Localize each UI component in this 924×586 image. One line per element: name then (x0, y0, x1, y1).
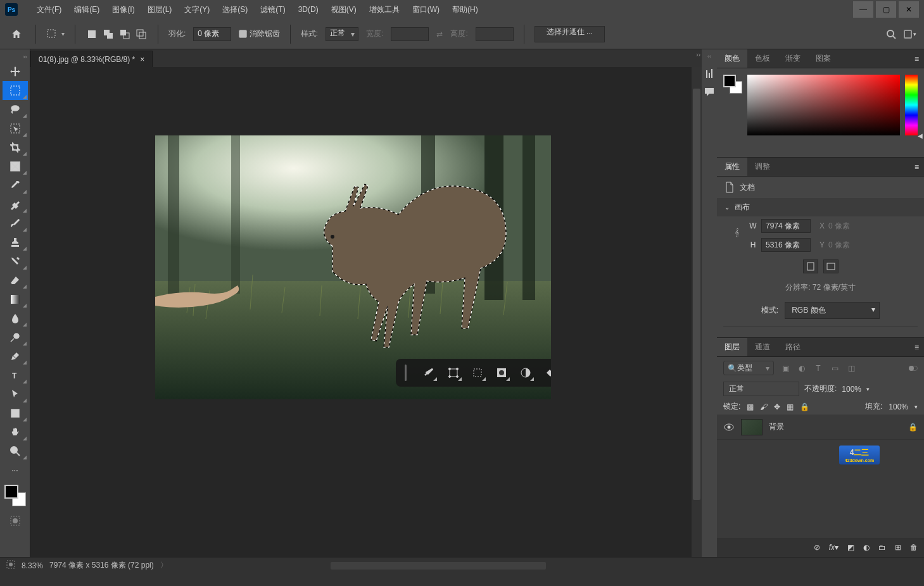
vertical-scrollbar[interactable] (692, 67, 702, 557)
selection-add-icon[interactable] (102, 28, 115, 41)
shape-tool[interactable] (3, 404, 28, 423)
create-mask-icon[interactable] (496, 366, 507, 380)
lock-icon[interactable]: 🔒 (908, 423, 918, 432)
brush-tool[interactable] (3, 214, 28, 233)
dock-adjustments-icon[interactable] (704, 68, 715, 80)
dodge-tool[interactable] (3, 328, 28, 347)
document-tab[interactable]: 01(8).jpg @ 8.33%(RGB/8) * × (30, 51, 153, 67)
fill-selection-icon[interactable] (544, 366, 551, 380)
canvas-section-header[interactable]: ⌄画布 (717, 198, 924, 216)
status-menu-chevron[interactable]: 〉 (160, 560, 168, 571)
panel-menu-icon[interactable]: ≡ (909, 343, 924, 352)
delete-layer-icon[interactable]: 🗑 (910, 543, 918, 552)
text-tool[interactable]: T (3, 366, 28, 385)
lock-nest-icon[interactable]: ▦ (787, 402, 794, 411)
selection-intersect-icon[interactable] (135, 28, 148, 41)
maximize-button[interactable]: ▢ (876, 1, 896, 18)
layer-fx-icon[interactable]: fx▾ (829, 543, 839, 552)
layer-group-icon[interactable]: 🗀 (878, 543, 886, 552)
stamp-tool[interactable] (3, 233, 28, 252)
adjustment-icon[interactable] (520, 366, 531, 380)
eyedropper-tool[interactable] (3, 176, 28, 195)
horizontal-scrollbar[interactable] (331, 562, 546, 570)
gradient-tool[interactable] (3, 290, 28, 309)
tab-color[interactable]: 颜色 (717, 49, 747, 68)
menu-plugins[interactable]: 增效工具 (363, 0, 406, 19)
filter-pixel-icon[interactable]: ▣ (780, 363, 790, 373)
home-button[interactable] (8, 25, 25, 43)
tab-layers[interactable]: 图层 (717, 338, 747, 356)
color-field[interactable] (747, 75, 900, 135)
select-and-mask-button[interactable]: 选择并遮住 ... (535, 26, 605, 42)
color-fg-bg-swatch[interactable] (723, 75, 742, 94)
canvas-width-input[interactable] (761, 219, 811, 233)
selection-subtract-icon[interactable] (118, 28, 131, 41)
pen-tool[interactable] (3, 347, 28, 366)
status-quickmask-icon[interactable] (6, 560, 15, 571)
tab-patterns[interactable]: 图案 (808, 49, 839, 68)
menu-3d[interactable]: 3D(D) (292, 0, 325, 19)
menu-type[interactable]: 文字(Y) (178, 0, 216, 19)
tab-properties[interactable]: 属性 (717, 158, 747, 176)
layer-name[interactable]: 背景 (769, 421, 784, 432)
menu-edit[interactable]: 编辑(E) (68, 0, 106, 19)
layer-row[interactable]: 背景 🔒 (717, 415, 924, 440)
status-zoom[interactable]: 8.33% (22, 561, 43, 570)
history-brush-tool[interactable] (3, 252, 28, 271)
close-button[interactable]: ✕ (899, 1, 919, 18)
layer-filter-select[interactable]: 🔍 类型 (723, 361, 774, 375)
move-tool[interactable] (3, 62, 28, 81)
link-dimensions-icon[interactable]: 𝄞 (735, 228, 739, 237)
selection-new-icon[interactable] (85, 28, 98, 41)
color-swatches[interactable] (3, 483, 27, 508)
frame-tool[interactable] (3, 157, 28, 176)
zoom-tool[interactable] (3, 442, 28, 461)
object-select-tool[interactable] (3, 119, 28, 138)
taskbar-handle[interactable] (405, 365, 407, 381)
tab-gradients[interactable]: 渐变 (778, 49, 808, 68)
tool-expand-icon[interactable]: ›› (1, 52, 30, 62)
menu-view[interactable]: 视图(V) (325, 0, 363, 19)
crop-tool[interactable] (3, 138, 28, 157)
filter-adjust-icon[interactable]: ◐ (797, 363, 807, 373)
filter-text-icon[interactable]: T (813, 363, 823, 373)
lock-paint-icon[interactable]: 🖌 (760, 402, 768, 411)
menu-select[interactable]: 选择(S) (216, 0, 254, 19)
layer-mask-icon[interactable]: ◩ (847, 543, 854, 552)
menu-layer[interactable]: 图层(L) (141, 0, 179, 19)
path-select-tool[interactable] (3, 385, 28, 404)
quickmask-toggle[interactable] (3, 511, 28, 530)
lock-trans-icon[interactable]: ▩ (747, 402, 754, 411)
blur-tool[interactable] (3, 309, 28, 328)
workspace-switcher-icon[interactable]: ▾ (904, 28, 916, 41)
document-tab-close[interactable]: × (140, 55, 144, 64)
menu-file[interactable]: 文件(F) (30, 0, 68, 19)
minimize-button[interactable]: — (853, 1, 873, 18)
new-layer-icon[interactable]: ⊞ (895, 543, 901, 552)
lock-all-icon[interactable]: 🔒 (800, 402, 809, 411)
orient-portrait-button[interactable] (803, 259, 818, 273)
panel-menu-icon[interactable]: ≡ (909, 54, 924, 63)
menu-image[interactable]: 图像(I) (106, 0, 141, 19)
dock-comments-icon[interactable] (704, 86, 715, 97)
menu-help[interactable]: 帮助(H) (446, 0, 484, 19)
layer-thumbnail[interactable] (741, 419, 763, 435)
healing-tool[interactable] (3, 195, 28, 214)
eraser-tool[interactable] (3, 271, 28, 290)
orient-landscape-button[interactable] (823, 259, 839, 273)
style-select[interactable]: 正常 (326, 27, 358, 41)
marquee-tool[interactable] (3, 81, 28, 100)
filter-toggle[interactable] (909, 366, 918, 371)
panel-menu-icon[interactable]: ≡ (909, 163, 924, 171)
color-mode-select[interactable]: RGB 颜色 (785, 302, 880, 319)
tab-channels[interactable]: 通道 (747, 338, 778, 356)
menu-window[interactable]: 窗口(W) (406, 0, 446, 19)
tab-paths[interactable]: 路径 (778, 338, 808, 356)
transform-selection-icon[interactable] (447, 366, 459, 380)
tab-swatches[interactable]: 色板 (747, 49, 778, 68)
search-icon[interactable] (885, 28, 897, 41)
status-dimensions[interactable]: 7974 像素 x 5316 像素 (72 ppi) (49, 560, 154, 571)
canvas-height-input[interactable] (761, 238, 811, 252)
visibility-toggle[interactable] (723, 421, 735, 433)
hue-slider[interactable] (905, 75, 918, 135)
